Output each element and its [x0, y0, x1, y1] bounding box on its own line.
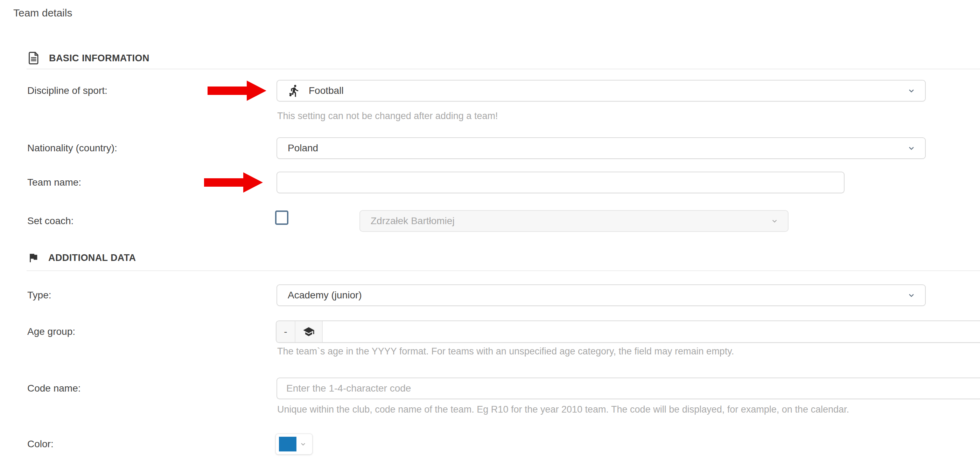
field-label-color: Color:	[27, 434, 54, 455]
field-label-team-name: Team name:	[27, 172, 81, 193]
graduation-cap-icon	[295, 321, 323, 342]
age-group-hint: The team`s age in the YYYY format. For t…	[277, 346, 734, 357]
page-title: Team details	[13, 7, 72, 19]
team-name-input[interactable]	[277, 172, 845, 193]
field-label-age-group: Age group:	[27, 321, 75, 343]
color-picker-button[interactable]	[275, 434, 313, 455]
set-coach-checkbox[interactable]	[275, 211, 288, 225]
section-divider	[27, 270, 980, 271]
discipline-value: Football	[309, 85, 344, 96]
red-arrow-team-name-icon	[204, 171, 264, 194]
section-divider	[27, 69, 980, 69]
type-select[interactable]: Academy (junior)	[277, 284, 926, 306]
chevron-down-icon	[770, 217, 779, 225]
age-group-field: -	[276, 321, 980, 343]
flag-icon	[27, 251, 39, 264]
code-name-input[interactable]	[277, 378, 980, 399]
document-icon	[27, 51, 40, 65]
chevron-down-icon	[907, 291, 916, 300]
chevron-down-icon	[907, 144, 916, 153]
coach-value: Zdrzałek Bartłomiej	[371, 216, 455, 227]
discipline-select[interactable]: Football	[277, 80, 926, 102]
field-label-set-coach: Set coach:	[27, 210, 73, 232]
age-group-separator: -	[277, 321, 295, 342]
discipline-hint: This setting can not be changed after ad…	[277, 111, 498, 121]
chevron-down-icon	[907, 86, 916, 95]
chevron-down-icon	[299, 440, 307, 448]
football-player-icon	[288, 84, 301, 97]
color-swatch	[279, 437, 296, 452]
section-basic-information: BASIC INFORMATION	[27, 51, 150, 65]
field-label-type: Type:	[27, 284, 51, 306]
field-label-nationality: Nationality (country):	[27, 137, 117, 159]
section-additional-data: ADDITIONAL DATA	[27, 251, 136, 264]
nationality-select[interactable]: Poland	[277, 137, 926, 159]
code-name-hint: Unique within the club, code name of the…	[277, 404, 849, 415]
age-group-input[interactable]	[323, 321, 980, 342]
type-value: Academy (junior)	[288, 290, 362, 301]
field-label-code-name: Code name:	[27, 378, 81, 399]
section-label: BASIC INFORMATION	[49, 53, 150, 64]
team-details-page: Team details BASIC INFORMATION Disciplin…	[0, 0, 980, 463]
coach-select[interactable]: Zdrzałek Bartłomiej	[360, 210, 789, 232]
section-label: ADDITIONAL DATA	[48, 252, 136, 263]
field-label-discipline: Discipline of sport:	[27, 80, 107, 102]
red-arrow-discipline-icon	[208, 79, 267, 102]
nationality-value: Poland	[288, 142, 318, 154]
